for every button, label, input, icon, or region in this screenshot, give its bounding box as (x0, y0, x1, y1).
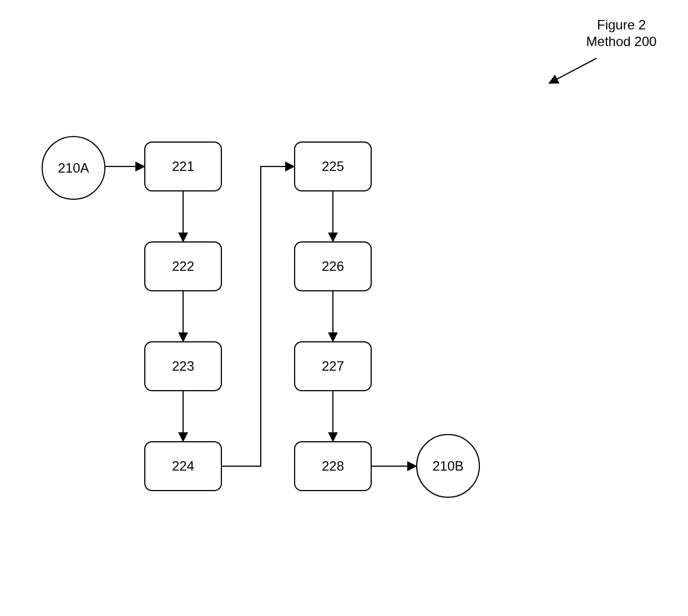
start-node-label: 210A (58, 160, 89, 176)
step-228: 228 (294, 441, 372, 491)
method-label: Method 200 (566, 33, 677, 50)
step-221-label: 221 (172, 159, 194, 174)
edge-224-225 (222, 166, 294, 466)
diagram-canvas: Figure 2 Method 200 210A (0, 0, 688, 616)
step-222: 222 (144, 241, 222, 291)
step-221: 221 (144, 142, 222, 191)
step-226: 226 (294, 241, 372, 291)
title-reference-arrow (549, 58, 596, 83)
step-227: 227 (294, 341, 372, 391)
figure-label: Figure 2 (566, 17, 677, 33)
end-node-label: 210B (432, 458, 463, 474)
step-227-label: 227 (322, 359, 344, 374)
end-node-210B: 210B (416, 434, 480, 498)
step-224-label: 224 (172, 458, 194, 474)
step-224: 224 (144, 441, 222, 491)
step-225: 225 (294, 142, 372, 191)
step-222-label: 222 (172, 259, 194, 274)
step-225-label: 225 (322, 159, 344, 174)
step-223-label: 223 (172, 359, 194, 374)
step-226-label: 226 (322, 259, 344, 274)
figure-title-block: Figure 2 Method 200 (566, 17, 677, 50)
step-223: 223 (144, 341, 222, 391)
step-228-label: 228 (322, 458, 344, 474)
edges-layer (0, 0, 688, 616)
start-node-210A: 210A (42, 136, 105, 200)
